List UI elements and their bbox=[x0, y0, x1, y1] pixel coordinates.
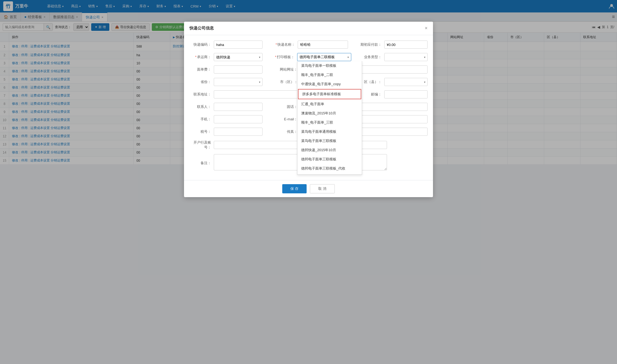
contact-label: 联系人： bbox=[189, 104, 211, 109]
business-type-select-wrap: ▾ bbox=[384, 53, 428, 61]
sheet-fee-input[interactable] bbox=[214, 65, 262, 74]
address-label: 联系地址： bbox=[189, 92, 211, 97]
modal-body: 快递编码： *快递名称： 期初应付款： *承运商： 德邦快递 中通快递 顺丰速递… bbox=[184, 35, 433, 165]
print-template-menu: 菜鸟电子面单一联模板顺丰_电子面单_二联中通快递_电子面单_copy拼多多电子面… bbox=[297, 61, 362, 165]
dropdown-option[interactable]: 德邦电子面单三联模板_代收 bbox=[297, 164, 362, 165]
business-type-select[interactable] bbox=[384, 53, 428, 61]
modal-header: 快递公司信息 × bbox=[184, 22, 433, 35]
modal-close-button[interactable]: × bbox=[425, 25, 428, 31]
chevron-down-icon: ▾ bbox=[347, 56, 349, 59]
mobile-input[interactable] bbox=[214, 115, 262, 123]
print-template-trigger[interactable]: 德邦电子面单二联模板 ▾ bbox=[297, 53, 351, 61]
print-tpl-label: *打印模板： bbox=[273, 55, 294, 59]
initial-payment-label: 期初应付款： bbox=[357, 42, 382, 47]
code-input[interactable] bbox=[214, 41, 262, 49]
business-type-label: 业务类型： bbox=[360, 55, 382, 59]
dropdown-option[interactable]: 德邦电子面单三联模板 bbox=[297, 155, 362, 164]
dropdown-option[interactable]: 菜鸟电子面单一联模板 bbox=[297, 61, 362, 70]
dropdown-option[interactable]: 澳速物流_2015年10月 bbox=[297, 109, 362, 118]
city-label: 市（区）： bbox=[276, 80, 298, 84]
tax-input[interactable] bbox=[214, 128, 262, 136]
name-label: *快递名称： bbox=[273, 42, 295, 47]
remark-label: 备注： bbox=[189, 159, 211, 165]
mobile-label: 手机： bbox=[189, 117, 211, 122]
email-label: E-mail： bbox=[276, 117, 297, 122]
postal-input[interactable] bbox=[384, 90, 428, 98]
fax-label: 传真： bbox=[276, 129, 297, 134]
initial-payment-input[interactable] bbox=[384, 41, 428, 49]
modal-overlay: 快递公司信息 × 快递编码： *快递名称： 期初应付款： *承运商： 德邦快递 bbox=[0, 0, 617, 165]
carrier-select[interactable]: 德邦快递 中通快递 顺丰速递 圆通速递 bbox=[214, 53, 262, 61]
modal-title: 快递公司信息 bbox=[189, 26, 214, 31]
carrier-label: *承运商： bbox=[189, 55, 211, 59]
form-row-1: 快递编码： *快递名称： 期初应付款： bbox=[189, 41, 428, 49]
dropdown-option[interactable]: 菜鸟电子面单通用模板 bbox=[297, 127, 362, 136]
print-template-dropdown: 德邦电子面单二联模板 ▾ 菜鸟电子面单一联模板顺丰_电子面单_二联中通快递_电子… bbox=[297, 53, 351, 61]
dropdown-option[interactable]: 中通快递_电子面单_copy bbox=[297, 80, 362, 89]
dropdown-option[interactable]: 顺丰_电子面单_三联 bbox=[297, 118, 362, 127]
dropdown-option[interactable]: 汇通_电子面单 bbox=[297, 100, 362, 109]
dropdown-option[interactable]: 顺丰_电子面单_二联 bbox=[297, 70, 362, 80]
dropdown-option[interactable]: 德邦快递_2015年10月 bbox=[297, 145, 362, 155]
dropdown-option[interactable]: 拼多多电子面单标准模板 bbox=[298, 89, 361, 99]
carrier-select-wrap: 德邦快递 中通快递 顺丰速递 圆通速递 ▾ bbox=[214, 53, 262, 61]
name-input[interactable] bbox=[298, 41, 348, 49]
district-select[interactable] bbox=[384, 78, 428, 86]
print-template-value: 德邦电子面单二联模板 bbox=[300, 55, 346, 59]
province-label: 省份： bbox=[189, 80, 211, 84]
website-label: 网站网址： bbox=[276, 67, 297, 72]
code-label: 快递编码： bbox=[189, 42, 211, 47]
postal-label: 邮编： bbox=[365, 92, 382, 97]
contact-input[interactable] bbox=[214, 103, 262, 111]
dropdown-option[interactable]: 菜鸟电子面单三联模板 bbox=[297, 136, 362, 145]
province-select[interactable] bbox=[214, 78, 262, 86]
phone-label: 固话： bbox=[276, 104, 297, 109]
express-company-modal: 快递公司信息 × 快递编码： *快递名称： 期初应付款： *承运商： 德邦快递 bbox=[184, 22, 433, 165]
sheet-fee-label: 面单费： bbox=[189, 67, 211, 72]
province-select-wrap: ▾ bbox=[214, 78, 262, 86]
district-select-wrap: ▾ bbox=[384, 78, 428, 86]
tax-label: 税号： bbox=[189, 129, 211, 134]
form-row-2: *承运商： 德邦快递 中通快递 顺丰速递 圆通速递 ▾ *打印模板： 德邦电子面… bbox=[189, 53, 428, 61]
bank-label: 开户行及账号： bbox=[189, 140, 211, 150]
district-label: 区（县）： bbox=[360, 80, 382, 84]
